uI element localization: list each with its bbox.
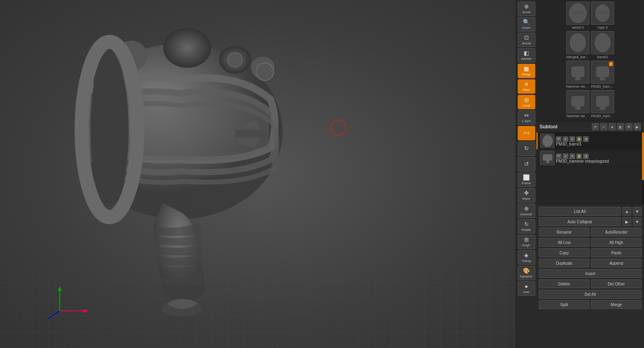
list-all-btn[interactable]: List All [539,207,621,216]
transp-tool[interactable]: ◈ Transp [518,250,535,265]
subtool-title: Subtool [540,124,558,130]
merge-btn[interactable]: Merge [591,300,642,309]
auto-reorder-btn[interactable]: AutoReorder [591,228,642,236]
rot2-tool[interactable]: ↺ [518,157,535,171]
thumb-img-wood3 [566,2,589,25]
subtool-icon-1[interactable]: ⟳ [592,123,599,130]
append-btn[interactable]: Append [591,259,642,267]
polyf-tool[interactable]: ⊞ PolyF [518,235,535,249]
frame-tool[interactable]: ⬜ Frame [518,173,535,187]
si-lock-2[interactable]: 🔒 [576,153,582,159]
svg-rect-25 [572,67,585,77]
subtool-item-barrel1[interactable]: 👁 ● ● 🔒 ◑ PM3D_barrel1 [536,132,642,149]
viewport[interactable] [0,0,516,348]
thumb-img-hammer-retopol-1 [566,61,589,84]
zoom-icon: 🔍 [523,19,530,26]
subtool-icon-eye[interactable]: 👁 [625,123,632,130]
zoom-tool[interactable]: 🔍 Zoom [518,17,535,31]
svg-line-13 [48,311,60,319]
split-btn[interactable]: Split [539,300,589,309]
svg-rect-9 [235,130,267,138]
delete-btn[interactable]: Delete [539,279,589,288]
dynamic-tool[interactable]: 🎨 Dynamic [518,266,535,280]
btn-row-delete: Delete Del Other [539,279,642,288]
rename-btn[interactable]: Rename [539,228,589,236]
lsym-icon: ⇔ [524,112,529,119]
actual-icon: ⊡ [524,34,529,41]
aahalf-tool[interactable]: ◧ AAHalf [518,48,535,63]
svg-rect-39 [543,154,552,161]
duplicate-btn[interactable]: Duplicate [539,259,589,267]
thumb-barrel1[interactable]: barrel1 [591,31,614,59]
list-down-btn[interactable]: ▼ [633,207,642,216]
si-eye-3[interactable]: 👁 [556,153,562,159]
paste-btn[interactable]: Paste [591,248,642,257]
insert-btn[interactable]: Insert [539,269,642,278]
move-tool[interactable]: ✥ Move [518,188,535,203]
xyz-tool[interactable]: XYZ [518,126,535,140]
solo-tool[interactable]: ● Solo [518,281,535,296]
floor-tool[interactable]: ≡ Floor [518,79,535,94]
thumb-img-rope3 [591,2,614,25]
list-up-btn[interactable]: ▲ [622,207,631,216]
auto-collapse-btn[interactable]: Auto Collapse [539,217,621,226]
si-eye-1[interactable]: 👁 [556,136,562,142]
si-eye-4[interactable]: ◑ [583,153,589,159]
thumb-rope3[interactable]: rope 3 [591,2,614,29]
mid-toolbar: ⊕ Scroll 🔍 Zoom ⊡ Actual ◧ AAHalf ▦ Pers… [516,0,536,348]
thumb-merged-barrel2[interactable]: Merged_barrel2 [566,31,589,59]
btn-row-list: List All ▲ ▼ [539,207,642,216]
svg-rect-35 [600,107,605,110]
lsym-tool[interactable]: ⇔ L.Sym [518,110,535,125]
subtool-header-icons: ⟳ ✓ ● ◐ 👁 ▶ [592,123,641,130]
zoom3d-tool[interactable]: ⊕ Zoom3D [518,204,535,218]
thumb-pm3d-hammer-2[interactable]: 2 PM3D_hammer r [591,61,614,88]
copy-btn[interactable]: Copy [539,248,589,257]
thumb-img-barrel1 [591,31,614,54]
cursor-circle [331,120,346,136]
subtool-icon-2[interactable]: ✓ [600,123,607,130]
subtool-scroll-thumb[interactable] [642,132,644,180]
thumb-hammer-retopol-2[interactable]: hammer retopol [566,90,589,118]
btn-row-insert: Insert [539,269,642,278]
rotate-tool[interactable]: ↻ Rotate [518,219,535,234]
btn-row-all-low-high: All Low All High [539,238,642,247]
subtool-item-barrel1-icons: 👁 ● ● 🔒 ◑ [556,136,640,142]
thumb-pm3d-hammer-r[interactable]: PM3D_hammer r [591,90,614,118]
si-dot-4[interactable]: ● [570,153,575,159]
subtool-list[interactable]: 👁 ● ● 🔒 ◑ PM3D_barrel1 [536,132,642,204]
si-dot-2[interactable]: ● [570,136,575,142]
btn-row-dup-append: Duplicate Append [539,259,642,267]
del-all-btn[interactable]: Del All [539,290,642,299]
svg-point-1 [163,28,211,68]
svg-point-8 [228,53,242,67]
si-lock-1[interactable]: 🔒 [576,136,582,142]
si-dot-1[interactable]: ● [563,136,568,142]
thumb-wood3[interactable]: wood 3 [566,2,589,29]
si-dot-3[interactable]: ● [563,153,568,159]
actual-tool[interactable]: ⊡ Actual [518,33,535,47]
thumb-img-hammer-retopol-2 [566,90,589,113]
subtool-icon-4[interactable]: ◐ [617,123,624,130]
local-icon: ◎ [524,96,529,103]
si-eye-2[interactable]: ◑ [583,136,589,142]
thumb-hammer-retopol-1[interactable]: hammer retopol [566,61,589,88]
subtool-item-hammer-icons: 👁 ● ● 🔒 ◑ [556,153,640,159]
all-high-btn[interactable]: All High [591,238,642,247]
subtool-icon-3[interactable]: ● [609,123,616,130]
zoom3d-icon: ⊕ [524,205,529,212]
del-other-btn[interactable]: Del Other [591,279,642,288]
all-low-btn[interactable]: All Low [539,238,589,247]
scroll-tool[interactable]: ⊕ Scroll [518,2,535,16]
persp-tool[interactable]: ▦ Persp [518,64,535,78]
collapse-arrow2-btn[interactable]: ▼ [633,217,642,226]
rot1-tool[interactable]: ↻ [518,142,535,156]
subtool-item-hammer[interactable]: 👁 ● ● 🔒 ◑ PM3D_hammer retopologized [536,149,642,167]
thumb-row-3: hammer retopol 2 PM3D_hammer r [538,61,642,88]
3d-model [40,12,319,323]
subtool-icon-chevron[interactable]: ▶ [634,123,641,130]
collapse-arrow-btn[interactable]: ▶ [622,217,631,226]
svg-rect-34 [596,96,609,107]
btn-row-collapse: Auto Collapse ▶ ▼ [539,217,642,226]
local-tool[interactable]: ◎ Local [518,95,535,109]
